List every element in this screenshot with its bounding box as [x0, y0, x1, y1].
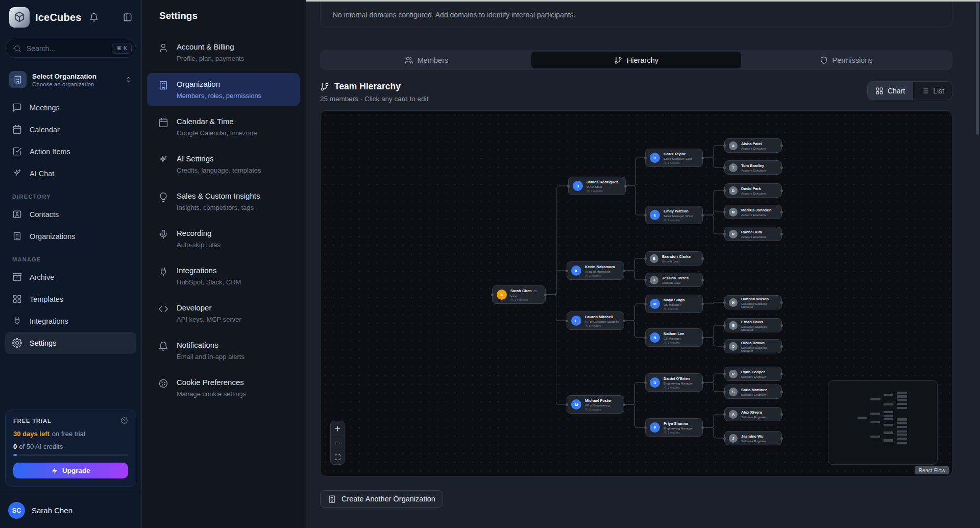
- sidebar-item-organizations[interactable]: Organizations: [5, 225, 136, 247]
- check-square-icon: [12, 147, 22, 156]
- app-logo: [9, 7, 30, 28]
- sidebar-item-archive[interactable]: Archive: [5, 266, 136, 288]
- settings-item-notifications[interactable]: NotificationsEmail and in-app alerts: [147, 334, 300, 367]
- sidebar-item-settings[interactable]: Settings: [5, 332, 136, 354]
- org-node-david[interactable]: DDavid ParkAccount Executive: [724, 183, 782, 198]
- org-node-ethan[interactable]: EEthan DavisCustomer Success Manager: [724, 318, 782, 332]
- org-node-alex[interactable]: AAlex RiveraSoftware Engineer: [724, 407, 782, 421]
- fit-view-button[interactable]: [331, 450, 344, 464]
- settings-item-cookie-preferences[interactable]: Cookie PreferencesManage cookie settings: [147, 371, 300, 404]
- node-name: Tom Bradley: [741, 163, 766, 168]
- user-profile-row[interactable]: SC Sarah Chen: [0, 494, 141, 528]
- node-name: Priya Sharma: [664, 421, 693, 426]
- settings-items: Account & BillingProfile, plan, payments…: [142, 36, 306, 404]
- settings-item-sales-custom-insights[interactable]: Sales & Custom InsightsInsights, competi…: [147, 185, 300, 218]
- view-toggle-list[interactable]: List: [913, 82, 952, 100]
- upgrade-button[interactable]: Upgrade: [13, 463, 128, 478]
- scrollbar-thumb[interactable]: [976, 2, 979, 135]
- node-name: Chris Taylor: [664, 152, 692, 156]
- sidebar-item-calendar[interactable]: Calendar: [5, 118, 136, 140]
- node-name: Emily Watson: [664, 209, 693, 213]
- chart-minimap[interactable]: [828, 380, 938, 465]
- plug-icon: [158, 267, 168, 277]
- org-node-hannah[interactable]: HHannah WilsonCustomer Success Manager: [724, 295, 782, 309]
- org-node-kevin[interactable]: KKevin NakamuraHead of Marketing2 report…: [567, 261, 624, 280]
- org-node-marcus[interactable]: MMarcus JohnsonAccount Executive: [724, 205, 782, 219]
- help-circle-icon[interactable]: [120, 417, 128, 424]
- settings-item-recording[interactable]: RecordingAuto-skip rules: [147, 222, 300, 255]
- org-node-michael[interactable]: MMichael FosterVP of Engineering6 report…: [567, 395, 624, 414]
- avatar: E: [729, 321, 738, 330]
- node-reports: 2 reports: [664, 341, 684, 344]
- org-node-james[interactable]: JJames RodriguezVP of Sales7 reports: [568, 177, 626, 195]
- settings-item-organization[interactable]: OrganizationMembers, roles, permissions: [147, 73, 300, 106]
- settings-item-sublabel: Manage cookie settings: [177, 390, 247, 398]
- org-selector[interactable]: Select Organization Choose an organizati…: [9, 71, 132, 88]
- zoom-out-button[interactable]: [331, 436, 344, 450]
- node-role: Account Executive: [741, 147, 766, 150]
- node-role: Account Executive: [741, 169, 766, 172]
- bell-icon[interactable]: [89, 13, 99, 22]
- avatar: M: [571, 399, 581, 410]
- view-toggle-chart[interactable]: Chart: [868, 82, 913, 100]
- node-name: David Park: [741, 186, 766, 191]
- avatar: P: [650, 422, 660, 433]
- settings-item-calendar-time[interactable]: Calendar & TimeGoogle Calendar, timezone: [147, 110, 300, 143]
- sidebar-item-contacts[interactable]: Contacts: [5, 203, 136, 225]
- credits-used: 0: [13, 443, 17, 450]
- org-node-olivia[interactable]: OOlivia BrownCustomer Success Manager: [724, 339, 782, 353]
- org-node-maya[interactable]: MMaya SinghCS Manager1 report: [645, 295, 703, 313]
- trial-days-left: 30 days left: [13, 430, 50, 438]
- avatar: M: [650, 299, 660, 309]
- sidebar-item-ai-chat[interactable]: AI Chat: [5, 162, 136, 184]
- sidebar-item-integrations[interactable]: Integrations: [5, 310, 136, 332]
- react-flow-attribution[interactable]: React Flow: [915, 466, 949, 474]
- settings-item-sublabel: Email and in-app alerts: [177, 352, 244, 361]
- tab-members[interactable]: Members: [322, 52, 531, 68]
- credits-label: of 50 AI credits: [19, 443, 63, 450]
- org-node-chris[interactable]: CChris TaylorSales Manager, East2 report…: [645, 149, 703, 167]
- org-node-ryan[interactable]: RRyan CooperSoftware Engineer: [724, 367, 782, 381]
- org-node-nathan[interactable]: NNathan LeeCS Manager2 reports: [645, 328, 703, 347]
- tab-permissions[interactable]: Permissions: [741, 52, 951, 68]
- settings-item-sublabel: Insights, competitors, tags: [177, 203, 260, 212]
- settings-item-integrations[interactable]: IntegrationsHubSpot, Slack, CRM: [147, 259, 300, 293]
- org-node-lauren[interactable]: LLauren MitchellVP of Customer Success5 …: [567, 311, 624, 330]
- sidebar-item-meetings[interactable]: Meetings: [5, 97, 136, 118]
- minimap-node: [897, 422, 906, 424]
- settings-item-ai-settings[interactable]: AI SettingsCredits, language, templates: [147, 148, 300, 181]
- org-node-jessica[interactable]: JJessica TorresContent Lead: [645, 273, 703, 287]
- org-node-aisha[interactable]: AAisha PatelAccount Executive: [724, 138, 782, 153]
- tab-hierarchy[interactable]: Hierarchy: [531, 52, 741, 68]
- org-node-sofia[interactable]: SSofia MartinezSoftware Engineer: [724, 385, 782, 399]
- settings-item-sublabel: HubSpot, Slack, CRM: [177, 278, 241, 286]
- code-icon: [158, 304, 168, 314]
- settings-item-label: Organization: [177, 79, 261, 89]
- org-node-daniel[interactable]: DDaniel O'BrienEngineering Manager2 repo…: [645, 373, 703, 392]
- panel-toggle-icon[interactable]: [123, 13, 132, 22]
- building-icon: [12, 231, 22, 241]
- org-node-tom[interactable]: TTom BradleyAccount Executive: [724, 160, 782, 175]
- settings-item-account-billing[interactable]: Account & BillingProfile, plan, payments: [147, 36, 300, 69]
- org-node-emily[interactable]: EEmily WatsonSales Manager, West3 report…: [645, 206, 703, 224]
- settings-item-developer[interactable]: DeveloperAPI keys, MCP server: [147, 297, 300, 330]
- trial-heading: FREE TRIAL: [13, 418, 52, 424]
- org-node-brandon[interactable]: BBrandon ClarkeGrowth Lead: [645, 251, 703, 266]
- org-node-rachel[interactable]: RRachel KimAccount Executive: [724, 227, 782, 241]
- search-input[interactable]: Search... ⌘ K: [5, 39, 136, 58]
- node-role: Content Lead: [662, 281, 689, 284]
- bell-icon: [158, 341, 168, 351]
- org-node-sarah[interactable]: SSarah ChenCEO24 reports: [492, 285, 546, 304]
- create-organization-button[interactable]: Create Another Organization: [320, 490, 443, 508]
- minimap-node: [897, 407, 906, 409]
- avatar: S: [497, 290, 507, 300]
- zoom-in-button[interactable]: [331, 421, 344, 436]
- node-name: Lauren Mitchell: [585, 315, 619, 319]
- node-name: Hannah Wilson: [741, 297, 777, 301]
- org-chart-canvas[interactable]: React Flow SSarah ChenCEO24 reportsJJame…: [320, 110, 952, 476]
- org-node-jasmine[interactable]: JJasmine WuSoftware Engineer: [724, 431, 782, 445]
- sidebar-item-action-items[interactable]: Action Items: [5, 140, 136, 162]
- sidebar-item-templates[interactable]: Templates: [5, 288, 136, 310]
- org-node-priya[interactable]: PPriya SharmaEngineering Manager2 report…: [645, 418, 703, 437]
- avatar: R: [729, 230, 738, 238]
